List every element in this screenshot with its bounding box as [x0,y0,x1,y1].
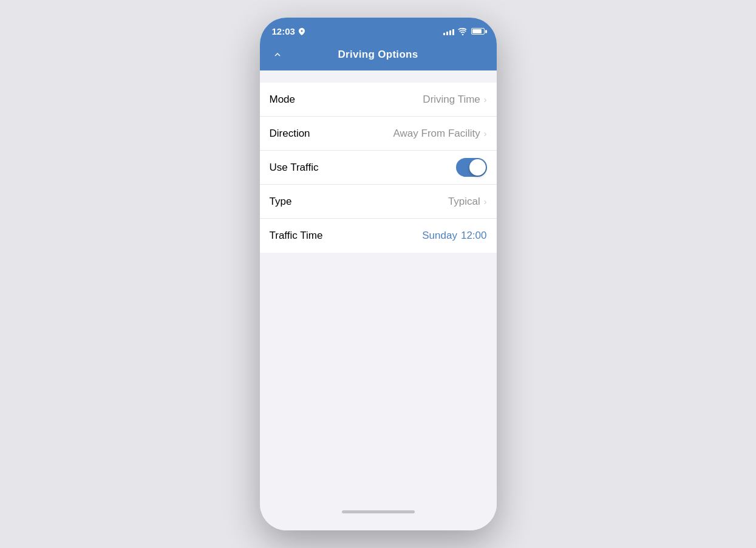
direction-label: Direction [270,128,310,140]
location-icon [299,28,305,35]
direction-value: Away From Facility [393,128,480,140]
type-value: Typical [448,196,480,208]
mode-value: Driving Time [423,94,480,106]
wifi-icon [458,28,468,35]
back-button[interactable] [272,49,283,60]
phone-frame: 12:03 [260,18,497,530]
traffic-time-value-container: Sunday 12:00 [422,230,486,242]
traffic-time-day: Sunday [422,230,457,242]
mode-label: Mode [270,94,296,106]
direction-chevron-icon: › [484,129,487,139]
type-label: Type [270,196,292,208]
traffic-time-time: 12:00 [461,230,487,242]
mode-value-container: Driving Time › [423,94,486,106]
top-spacer [260,70,497,83]
use-traffic-toggle[interactable] [456,158,487,177]
use-traffic-row[interactable]: Use Traffic [260,151,497,185]
direction-value-container: Away From Facility › [393,128,487,140]
type-row[interactable]: Type Typical › [260,185,497,219]
time-display: 12:03 [272,26,295,36]
page-title: Driving Options [338,49,418,61]
use-traffic-label: Use Traffic [270,162,319,174]
settings-list: Mode Driving Time › Direction Away From … [260,83,497,253]
status-bar: 12:03 [260,18,497,41]
home-indicator [342,510,415,513]
mode-row[interactable]: Mode Driving Time › [260,83,497,117]
battery-icon [471,28,485,35]
traffic-time-label: Traffic Time [270,230,323,242]
bottom-area [260,253,497,530]
status-time: 12:03 [272,26,305,36]
content-area: Mode Driving Time › Direction Away From … [260,70,497,530]
type-chevron-icon: › [484,197,487,207]
direction-row[interactable]: Direction Away From Facility › [260,117,497,151]
type-value-container: Typical › [448,196,487,208]
toggle-thumb [469,159,486,176]
nav-bar: Driving Options [260,41,497,70]
status-icons [443,28,485,35]
traffic-time-row[interactable]: Traffic Time Sunday 12:00 [260,219,497,253]
signal-icon [443,28,454,35]
mode-chevron-icon: › [484,95,487,104]
